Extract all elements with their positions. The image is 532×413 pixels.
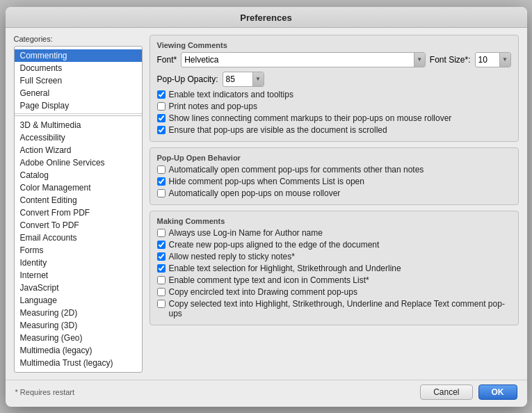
requires-restart-note: * Requires restart [15,388,75,396]
checkbox-row-5: Copy encircled text into Drawing comment… [157,287,511,297]
sidebar-item-color-management[interactable]: Color Management [15,181,142,194]
font-size-value: 10 [478,55,487,65]
checkbox-label-0: Automatically open comment pop-ups for c… [169,165,424,175]
sidebar-item-catalog[interactable]: Catalog [15,169,142,181]
checkbox-row-4: Enable comment type text and icon in Com… [157,275,511,285]
category-list: CommentingDocumentsFull ScreenGeneralPag… [14,46,143,373]
opacity-row: Pop-Up Opacity: 85 ▼ [157,72,511,87]
checkbox-label-5: Copy encircled text into Drawing comment… [169,287,357,297]
sidebar-item-language[interactable]: Language [15,294,142,307]
checkbox-6[interactable] [157,300,166,308]
checkbox-0[interactable] [157,90,166,99]
checkbox-label-2: Allow nested reply to sticky notes* [169,252,295,261]
sidebar-item-forms[interactable]: Forms [15,244,142,257]
checkbox-row-0: Enable text indicators and tooltips [157,90,511,99]
categories-label: Categories: [14,35,143,43]
sidebar-item-measuring-2d[interactable]: Measuring (2D) [15,307,142,319]
checkbox-3[interactable] [157,264,166,273]
checkbox-3[interactable] [157,126,166,134]
font-row: Font* Helvetica ▼ Font Size*: 10 ▼ [157,52,511,67]
checkbox-2[interactable] [157,252,166,261]
font-value: Helvetica [184,55,218,65]
opacity-select[interactable]: 85 ▼ [223,72,264,87]
sidebar-item-3d-&-multimedia[interactable]: 3D & Multimedia [15,119,142,131]
popup-checkboxes: Automatically open comment pop-ups for c… [157,165,511,198]
checkbox-1[interactable] [157,241,166,249]
preferences-dialog: Preferences Categories: CommentingDocume… [6,7,527,407]
viewing-comments-title: Viewing Comments [157,41,511,49]
sidebar-item-adobe-online-services[interactable]: Adobe Online Services [15,156,142,169]
checkbox-row-1: Create new pop-ups aligned to the edge o… [157,240,511,250]
checkbox-row-6: Copy selected text into Highlight, Strik… [157,299,511,318]
checkbox-row-2: Show lines connecting comment markups to… [157,113,511,123]
dialog-body: Categories: CommentingDocumentsFull Scre… [6,28,527,380]
checkbox-2[interactable] [157,114,166,122]
checkbox-label-3: Enable text selection for Highlight, Str… [169,264,401,273]
popup-opacity-label: Pop-Up Opacity: [157,74,218,84]
sidebar-item-action-wizard[interactable]: Action Wizard [15,144,142,156]
font-size-select[interactable]: 10 ▼ [475,52,511,67]
sidebar-item-javascript[interactable]: JavaScript [15,282,142,294]
font-size-arrow-icon[interactable]: ▼ [499,53,510,67]
checkbox-label-1: Print notes and pop-ups [169,102,257,111]
sidebar-item-commenting[interactable]: Commenting [15,49,142,62]
checkbox-4[interactable] [157,276,166,284]
checkbox-2[interactable] [157,189,166,197]
sidebar-item-full-screen[interactable]: Full Screen [15,74,142,87]
checkbox-row-1: Print notes and pop-ups [157,102,511,111]
checkbox-label-6: Copy selected text into Highlight, Strik… [169,299,511,318]
font-select[interactable]: Helvetica ▼ [181,52,426,67]
sidebar-item-page-display[interactable]: Page Display [15,99,142,112]
sidebar-item-convert-to-pdf[interactable]: Convert To PDF [15,219,142,232]
sidebar-item-content-editing[interactable]: Content Editing [15,194,142,206]
checkbox-row-3: Enable text selection for Highlight, Str… [157,264,511,273]
opacity-arrow-icon[interactable]: ▼ [252,72,264,86]
footer-buttons: Cancel OK [420,384,517,400]
checkbox-1[interactable] [157,177,166,186]
sidebar-item-convert-from-pdf[interactable]: Convert From PDF [15,206,142,219]
sidebar-item-internet[interactable]: Internet [15,269,142,282]
checkbox-row-0: Automatically open comment pop-ups for c… [157,165,511,175]
category-section-1: CommentingDocumentsFull ScreenGeneralPag… [15,48,142,114]
making-checkboxes: Always use Log-in Name for Author nameCr… [157,228,511,318]
sidebar-item-general[interactable]: General [15,87,142,99]
making-comments-section: Making Comments Always use Log-in Name f… [150,211,519,325]
sidebar-item-email-accounts[interactable]: Email Accounts [15,232,142,244]
checkbox-label-4: Enable comment type text and icon in Com… [169,275,369,285]
checkbox-row-0: Always use Log-in Name for Author name [157,228,511,238]
cancel-button[interactable]: Cancel [420,384,472,400]
checkbox-label-2: Show lines connecting comment markups to… [169,113,452,123]
checkbox-row-2: Allow nested reply to sticky notes* [157,252,511,261]
opacity-value: 85 [226,74,235,84]
right-panel: Viewing Comments Font* Helvetica ▼ Font … [150,35,519,373]
sidebar-item-identity[interactable]: Identity [15,257,142,269]
checkbox-label-1: Create new pop-ups aligned to the edge o… [169,240,380,250]
checkbox-label-3: Ensure that pop-ups are visible as the d… [169,125,387,135]
font-label: Font* [157,55,177,65]
font-size-label: Font Size*: [430,55,471,65]
title-bar: Preferences [6,7,527,28]
sidebar-item-multimedia-trust-legacy[interactable]: Multimedia Trust (legacy) [15,357,142,369]
popup-open-behavior-title: Pop-Up Open Behavior [157,154,511,162]
sidebar-item-measuring-geo[interactable]: Measuring (Geo) [15,332,142,344]
sidebar-item-accessibility[interactable]: Accessibility [15,131,142,144]
checkbox-1[interactable] [157,102,166,111]
viewing-comments-section: Viewing Comments Font* Helvetica ▼ Font … [150,35,519,142]
checkbox-0[interactable] [157,229,166,237]
checkbox-label-0: Always use Log-in Name for Author name [169,228,323,238]
category-section-2: 3D & MultimediaAccessibilityAction Wizar… [15,118,142,371]
sidebar-item-measuring-3d[interactable]: Measuring (3D) [15,319,142,332]
font-select-arrow-icon[interactable]: ▼ [414,53,425,67]
sidebar-item-multimedia-legacy[interactable]: Multimedia (legacy) [15,344,142,357]
checkbox-0[interactable] [157,165,166,174]
ok-button[interactable]: OK [478,384,517,400]
making-comments-title: Making Comments [157,217,511,225]
viewing-checkboxes: Enable text indicators and tooltipsPrint… [157,90,511,135]
checkbox-row-1: Hide comment pop-ups when Comments List … [157,177,511,186]
checkbox-label-0: Enable text indicators and tooltips [169,90,293,99]
checkbox-5[interactable] [157,288,166,296]
sidebar-item-documents[interactable]: Documents [15,62,142,74]
checkbox-row-2: Automatically open pop-ups on mouse roll… [157,188,511,198]
dialog-title: Preferences [240,13,291,23]
checkbox-label-1: Hide comment pop-ups when Comments List … [169,177,364,186]
